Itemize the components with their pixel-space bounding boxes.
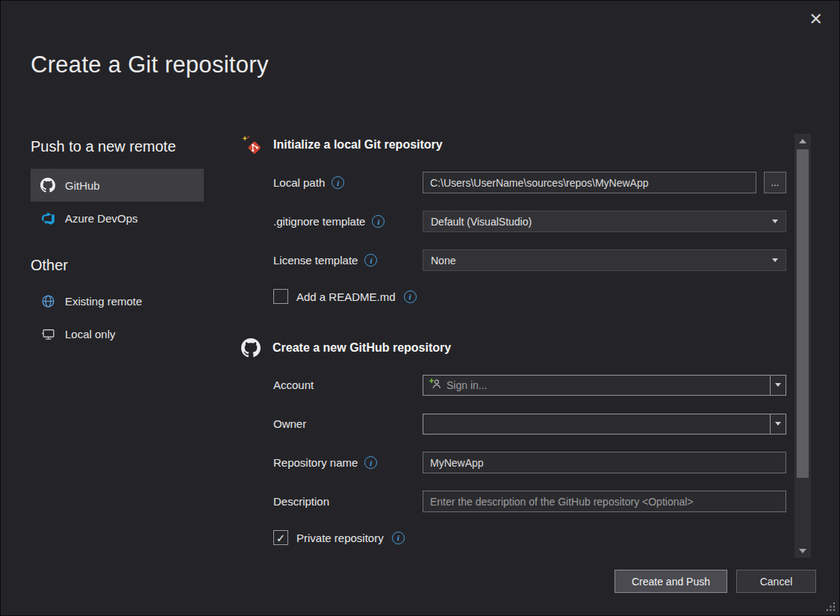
sidebar-item-label: Local only	[65, 328, 116, 340]
gitignore-selected-value: Default (VisualStudio)	[431, 216, 532, 228]
chevron-down-icon	[772, 258, 778, 262]
main-form: Initialize a local Git repository Local …	[241, 135, 788, 562]
cancel-button[interactable]: Cancel	[736, 570, 816, 593]
private-repo-label: Private repository	[296, 532, 384, 544]
resize-grip[interactable]	[824, 600, 836, 612]
scroll-down-button[interactable]	[794, 544, 811, 558]
arrow-down-icon	[799, 549, 806, 553]
sidebar-item-label: Azure DevOps	[65, 212, 138, 225]
owner-label: Owner	[273, 417, 306, 430]
create-git-repository-dialog: ✕ Create a Git repository Push to a new …	[0, 0, 840, 616]
sidebar-item-azure-devops[interactable]: Azure DevOps	[31, 202, 204, 234]
repo-name-label: Repository name	[273, 456, 358, 469]
license-label: License template	[273, 254, 358, 267]
sidebar-item-existing-remote[interactable]: Existing remote	[31, 284, 204, 317]
other-heading: Other	[31, 257, 204, 274]
computer-icon	[40, 327, 56, 341]
sidebar-item-github[interactable]: GitHub	[31, 169, 204, 202]
git-new-repo-icon	[241, 135, 261, 158]
sidebar-item-label: Existing remote	[65, 295, 142, 308]
dialog-title: Create a Git repository	[31, 52, 269, 78]
readme-checkbox[interactable]	[273, 289, 288, 304]
description-input[interactable]	[423, 491, 786, 512]
init-section-title: Initialize a local Git repository	[273, 135, 443, 152]
account-sign-in-text: Sign in...	[447, 379, 487, 391]
info-icon[interactable]: i	[392, 532, 405, 544]
chevron-down-icon	[775, 422, 781, 426]
github-icon	[241, 338, 261, 361]
owner-row: Owner	[273, 413, 788, 435]
sidebar: Push to a new remote GitHub Azure DevOps…	[31, 138, 204, 350]
info-icon[interactable]: i	[372, 215, 385, 228]
account-row: Account Sign in...	[273, 374, 788, 396]
sidebar-item-local-only[interactable]: Local only	[31, 317, 204, 350]
description-label: Description	[273, 495, 329, 508]
description-row: Description	[273, 491, 788, 512]
chevron-down-icon	[772, 220, 778, 223]
gitignore-row: .gitignore template i Default (VisualStu…	[273, 211, 788, 232]
arrow-up-icon	[799, 139, 806, 143]
scrollbar[interactable]	[794, 134, 811, 558]
local-path-label: Local path	[273, 176, 325, 189]
create-and-push-button[interactable]: Create and Push	[615, 570, 727, 593]
readme-label: Add a README.md	[296, 290, 396, 303]
license-dropdown[interactable]: None	[423, 249, 786, 271]
owner-dropdown-button[interactable]	[770, 414, 785, 434]
account-combo[interactable]: Sign in...	[423, 375, 786, 396]
private-repo-checkbox[interactable]	[273, 530, 288, 545]
license-row: License template i None	[273, 249, 788, 271]
readme-row: Add a README.md i	[273, 288, 788, 305]
info-icon[interactable]: i	[364, 254, 377, 267]
browse-button[interactable]: ...	[764, 172, 786, 193]
account-label: Account	[273, 379, 314, 391]
github-section-title: Create a new GitHub repository	[273, 338, 451, 355]
repo-name-row: Repository name i	[273, 452, 788, 473]
gitignore-dropdown[interactable]: Default (VisualStudio)	[423, 211, 786, 232]
chevron-down-icon	[775, 383, 781, 387]
private-repo-row: Private repository i	[273, 529, 788, 546]
info-icon[interactable]: i	[404, 290, 417, 303]
azure-devops-icon	[40, 211, 56, 225]
account-dropdown-button[interactable]	[770, 376, 785, 395]
license-selected-value: None	[431, 255, 455, 267]
init-section-header: Initialize a local Git repository	[241, 135, 788, 158]
info-icon[interactable]: i	[332, 176, 344, 189]
local-path-row: Local path i ...	[273, 172, 788, 193]
github-icon	[40, 178, 56, 193]
close-icon[interactable]: ✕	[809, 11, 823, 28]
add-user-icon	[429, 378, 441, 392]
gitignore-label: .gitignore template	[273, 215, 365, 228]
local-path-input[interactable]	[423, 172, 756, 193]
info-icon[interactable]: i	[364, 456, 377, 469]
push-remote-heading: Push to a new remote	[31, 138, 204, 155]
sidebar-item-label: GitHub	[65, 179, 100, 192]
owner-combo[interactable]	[423, 414, 786, 435]
globe-icon	[40, 294, 56, 308]
github-section-header: Create a new GitHub repository	[241, 338, 788, 361]
scroll-up-button[interactable]	[794, 134, 811, 148]
repo-name-input[interactable]	[423, 452, 786, 473]
scrollbar-thumb[interactable]	[797, 149, 809, 478]
